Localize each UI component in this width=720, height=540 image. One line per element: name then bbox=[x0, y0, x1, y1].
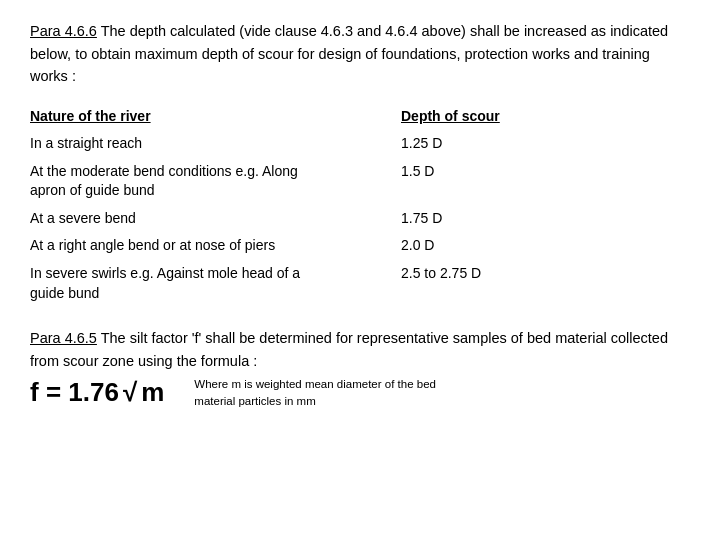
table-row: At a severe bend 1.75 D bbox=[30, 205, 690, 233]
formula-var: m bbox=[141, 377, 164, 408]
formula-prefix: f = 1.76 bbox=[30, 377, 119, 408]
sqrt-symbol: √ bbox=[123, 377, 137, 408]
col-header-depth: Depth of scour bbox=[393, 106, 690, 130]
para-466-block: Para 4.6.6 The depth calculated (vide cl… bbox=[30, 20, 690, 88]
para-466-text: Para 4.6.6 The depth calculated (vide cl… bbox=[30, 23, 668, 84]
depth-cell: 1.25 D bbox=[393, 130, 690, 158]
para-465-label: Para 4.6.5 bbox=[30, 330, 97, 346]
nature-cell: At the moderate bend conditions e.g. Alo… bbox=[30, 158, 393, 205]
depth-cell: 2.5 to 2.75 D bbox=[393, 260, 690, 307]
para-465-body: The silt factor 'f' shall be determined … bbox=[30, 330, 668, 368]
table-header-row: Nature of the river Depth of scour bbox=[30, 106, 690, 130]
col-header-nature: Nature of the river bbox=[30, 106, 393, 130]
scour-table-section: Nature of the river Depth of scour In a … bbox=[30, 106, 690, 307]
formula-display: f = 1.76 √m bbox=[30, 377, 164, 408]
scour-table: Nature of the river Depth of scour In a … bbox=[30, 106, 690, 307]
table-row: At a right angle bend or at nose of pier… bbox=[30, 232, 690, 260]
nature-cell: In a straight reach bbox=[30, 130, 393, 158]
nature-cell: In severe swirls e.g. Against mole head … bbox=[30, 260, 393, 307]
para-465-block: Para 4.6.5 The silt factor 'f' shall be … bbox=[30, 327, 690, 409]
formula-note: Where m is weighted mean diameter of the… bbox=[194, 376, 474, 409]
formula-row: f = 1.76 √m Where m is weighted mean dia… bbox=[30, 376, 690, 409]
depth-cell: 1.75 D bbox=[393, 205, 690, 233]
table-row: In severe swirls e.g. Against mole head … bbox=[30, 260, 690, 307]
table-row: At the moderate bend conditions e.g. Alo… bbox=[30, 158, 690, 205]
nature-cell: At a right angle bend or at nose of pier… bbox=[30, 232, 393, 260]
page: Para 4.6.6 The depth calculated (vide cl… bbox=[0, 0, 720, 540]
nature-cell: At a severe bend bbox=[30, 205, 393, 233]
para-465-text: Para 4.6.5 The silt factor 'f' shall be … bbox=[30, 327, 690, 372]
depth-cell: 2.0 D bbox=[393, 232, 690, 260]
table-row: In a straight reach 1.25 D bbox=[30, 130, 690, 158]
para-466-label: Para 4.6.6 bbox=[30, 23, 97, 39]
para-466-body: The depth calculated (vide clause 4.6.3 … bbox=[30, 23, 668, 84]
depth-cell: 1.5 D bbox=[393, 158, 690, 205]
